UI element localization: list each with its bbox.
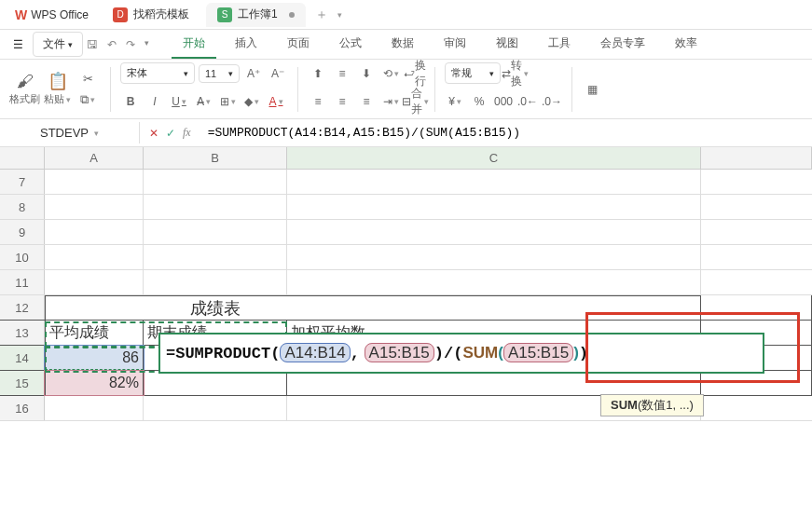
- align-middle-icon[interactable]: ≡: [332, 63, 352, 84]
- fill-color-button[interactable]: ◆▾: [241, 91, 262, 112]
- orientation-icon[interactable]: ⟲▾: [380, 63, 401, 84]
- row-header[interactable]: 9: [0, 220, 45, 244]
- tab-review[interactable]: 审阅: [433, 30, 477, 59]
- accept-formula-icon[interactable]: ✓: [166, 127, 175, 140]
- cell-C15[interactable]: [287, 371, 701, 395]
- app-name: WPS Office: [31, 8, 89, 21]
- font-color-button[interactable]: A▾: [266, 91, 286, 112]
- format-painter-button[interactable]: 🖌 格式刷: [9, 72, 40, 106]
- ribbon-tabs: 开始 插入 页面 公式 数据 审阅 视图 工具 会员专享 效率: [172, 30, 709, 59]
- undo-icon[interactable]: ↶: [107, 38, 117, 51]
- modified-dot-icon: [289, 12, 295, 18]
- row-header[interactable]: 11: [0, 270, 45, 294]
- tab-view[interactable]: 视图: [485, 30, 530, 59]
- sheet-icon: S: [217, 7, 232, 22]
- cell-B15[interactable]: [144, 371, 287, 395]
- select-all-corner[interactable]: [0, 147, 45, 169]
- tab-tools[interactable]: 工具: [537, 30, 582, 59]
- fx-icon[interactable]: fx: [183, 126, 191, 140]
- row-header[interactable]: 13: [0, 321, 45, 345]
- decrease-decimal-icon[interactable]: .0→: [542, 91, 562, 112]
- tab-insert[interactable]: 插入: [224, 30, 268, 59]
- row-header[interactable]: 14: [0, 346, 45, 370]
- wps-icon: W: [15, 7, 27, 22]
- row-header[interactable]: 16: [0, 396, 45, 420]
- tab-label: 工作簿1: [238, 7, 278, 22]
- header-cell[interactable]: 平均成绩: [45, 321, 144, 345]
- row-header[interactable]: 8: [0, 195, 45, 219]
- bold-button[interactable]: B: [120, 91, 141, 112]
- underline-button[interactable]: U▾: [169, 91, 189, 112]
- col-header-A[interactable]: A: [45, 147, 144, 169]
- menu-toggle-icon[interactable]: ☰: [7, 34, 29, 55]
- format-painter-icon: 🖌: [16, 72, 34, 90]
- align-top-icon[interactable]: ⬆: [308, 63, 328, 84]
- formula-bar-input[interactable]: [200, 122, 812, 143]
- row-header[interactable]: 10: [0, 245, 45, 269]
- paste-icon: 📋: [48, 72, 67, 90]
- tab-templates[interactable]: D 找稻壳模板: [102, 3, 200, 27]
- currency-icon[interactable]: ¥▾: [445, 91, 465, 112]
- row-header[interactable]: 15: [0, 371, 45, 395]
- table-title-cell[interactable]: 成绩表: [144, 295, 287, 320]
- increase-font-icon[interactable]: A⁺: [243, 63, 264, 84]
- merge-button[interactable]: ⊟ 合并▾: [405, 91, 425, 112]
- align-left-icon[interactable]: ≡: [308, 91, 328, 112]
- wrap-text-button[interactable]: ⮐ 换行: [405, 63, 425, 84]
- strike-button[interactable]: A̶▾: [193, 91, 213, 112]
- increase-decimal-icon[interactable]: .0←: [517, 91, 538, 112]
- redo-icon[interactable]: ↷: [126, 38, 135, 51]
- save-icon[interactable]: 🖫: [87, 38, 98, 51]
- new-tab-button[interactable]: ＋: [315, 7, 328, 23]
- function-tooltip: SUM(数值1, ...): [600, 394, 704, 416]
- row-header[interactable]: 12: [0, 295, 45, 320]
- tab-home[interactable]: 开始: [172, 30, 216, 59]
- template-icon: D: [113, 7, 128, 22]
- formula-text: =SUMPRODUCT(A14:B14, A15:B15)/(SUM(A15:B…: [166, 344, 588, 362]
- more-qat-icon[interactable]: ▾: [145, 38, 149, 51]
- file-menu[interactable]: 文件 ▾: [33, 32, 83, 57]
- styles-icon[interactable]: ▦: [582, 79, 602, 100]
- col-header-C[interactable]: C: [287, 147, 701, 169]
- align-center-icon[interactable]: ≡: [332, 91, 352, 112]
- convert-button[interactable]: ⇄ 转换▾: [504, 63, 525, 84]
- tab-page[interactable]: 页面: [276, 30, 321, 59]
- name-box[interactable]: STDEVP▾: [0, 122, 140, 143]
- tab-member[interactable]: 会员专享: [589, 30, 656, 59]
- col-header-B[interactable]: B: [144, 147, 287, 169]
- align-right-icon[interactable]: ≡: [356, 91, 377, 112]
- font-size-select[interactable]: 11▾: [199, 64, 240, 83]
- percent-icon[interactable]: %: [469, 91, 489, 112]
- tab-efficiency[interactable]: 效率: [664, 30, 709, 59]
- italic-button[interactable]: I: [145, 91, 165, 112]
- tab-list-dropdown[interactable]: ▾: [337, 10, 342, 20]
- align-bottom-icon[interactable]: ⬇: [356, 63, 377, 84]
- cut-icon[interactable]: ✂: [78, 70, 97, 89]
- number-format-select[interactable]: 常规▾: [445, 62, 501, 84]
- spreadsheet-grid[interactable]: A B C 7 8 9 10 11 12 成绩表 13 平均成绩 期末成绩 加权…: [0, 147, 812, 421]
- tab-formula[interactable]: 公式: [328, 30, 373, 59]
- decrease-font-icon[interactable]: A⁻: [268, 63, 288, 84]
- col-header-rest[interactable]: [701, 147, 812, 169]
- cell-A14[interactable]: 86: [45, 346, 144, 370]
- tab-data[interactable]: 数据: [380, 30, 425, 59]
- cell-A15[interactable]: 82%: [45, 371, 144, 395]
- copy-icon[interactable]: ⧉▾: [78, 90, 97, 109]
- app-logo: W WPS Office: [7, 7, 96, 22]
- border-button[interactable]: ⊞▾: [217, 91, 238, 112]
- tab-label: 找稻壳模板: [133, 7, 189, 22]
- paste-button[interactable]: 📋 粘贴▾: [44, 72, 71, 106]
- cancel-formula-icon[interactable]: ✕: [149, 127, 158, 140]
- font-name-select[interactable]: 宋体▾: [120, 62, 195, 84]
- comma-icon[interactable]: 000: [493, 91, 514, 112]
- cell-editor[interactable]: =SUMPRODUCT(A14:B14, A15:B15)/(SUM(A15:B…: [158, 333, 764, 374]
- row-header[interactable]: 7: [0, 170, 45, 194]
- tab-workbook[interactable]: S 工作簿1: [206, 3, 306, 27]
- indent-icon[interactable]: ⇥▾: [380, 91, 401, 112]
